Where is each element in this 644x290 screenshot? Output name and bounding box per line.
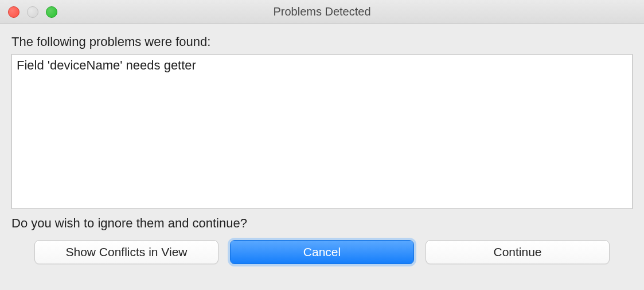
continue-button[interactable]: Continue [426,240,610,264]
close-icon[interactable] [8,6,19,18]
traffic-lights [8,6,57,18]
titlebar: Problems Detected [0,0,644,24]
confirm-prompt: Do you wish to ignore them and continue? [11,216,633,231]
zoom-icon[interactable] [46,6,57,18]
problems-heading: The following problems were found: [11,34,633,49]
button-row: Show Conflicts in View Cancel Continue [0,240,644,274]
dialog-content: The following problems were found: Field… [0,24,644,231]
problems-list[interactable]: Field 'deviceName' needs getter [11,54,633,209]
problem-item[interactable]: Field 'deviceName' needs getter [17,58,627,73]
cancel-button[interactable]: Cancel [230,240,414,264]
window-title: Problems Detected [0,5,644,18]
show-conflicts-button[interactable]: Show Conflicts in View [34,240,218,264]
minimize-icon[interactable] [27,6,38,18]
